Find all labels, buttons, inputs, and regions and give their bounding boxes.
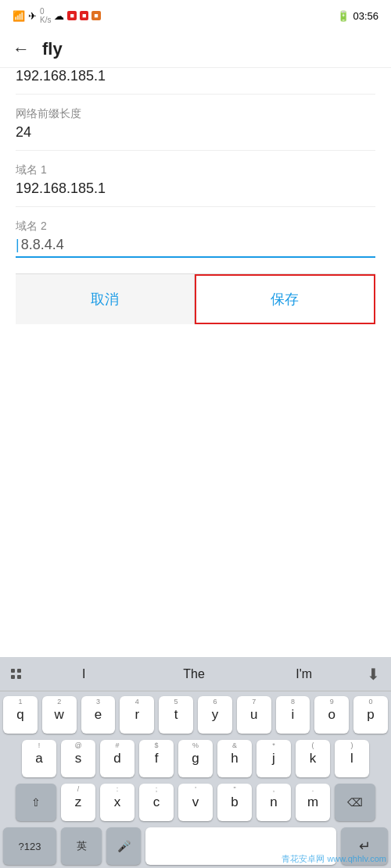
suggestion-the[interactable]: The — [139, 667, 249, 681]
notif2-icon: ■ — [80, 11, 88, 20]
page-title: fly — [42, 39, 63, 59]
key-row-3: ⇧ /z :x ;c 'v "b ,n .m ⌫ — [3, 784, 388, 821]
key-o[interactable]: 9o — [314, 696, 349, 734]
key-h[interactable]: &h — [217, 740, 252, 777]
status-icons-right: 🔋 03:56 — [337, 10, 378, 22]
domain2-input[interactable]: |8.8.4.4 — [16, 237, 375, 258]
key-k[interactable]: (k — [296, 740, 330, 777]
key-row-1: 1q 2w 3e 4r 5t 6y 7u 8i 9o 0p — [3, 696, 388, 734]
mic-key[interactable]: 🎤 — [106, 827, 141, 865]
header: ← fly — [0, 31, 391, 68]
form-content: 192.168.185.1 网络前缀长度 24 域名 1 192.168.185… — [0, 68, 391, 324]
suggestions-row: I The I'm ⬇ — [0, 657, 391, 691]
key-t[interactable]: 5t — [159, 696, 193, 734]
key-c[interactable]: ;c — [139, 784, 174, 821]
num-key[interactable]: ?123 — [3, 827, 56, 865]
watermark: 青花安卓网 www.qhhlv.com — [282, 853, 386, 865]
key-x[interactable]: :x — [100, 784, 135, 821]
network-prefix-label: 网络前缀长度 — [16, 95, 375, 124]
key-y[interactable]: 6y — [198, 696, 232, 734]
domain1-label: 域名 1 — [16, 151, 375, 180]
network-prefix-value: 24 — [16, 124, 375, 151]
key-rows: 1q 2w 3e 4r 5t 6y 7u 8i 9o 0p !a @s #d $… — [0, 691, 391, 868]
save-button[interactable]: 保存 — [195, 274, 376, 324]
key-s[interactable]: @s — [61, 740, 95, 777]
domain2-cursor-bar: | — [16, 237, 20, 252]
key-f[interactable]: $f — [139, 740, 174, 777]
key-j[interactable]: *j — [256, 740, 291, 777]
notif3-icon: ■ — [91, 11, 100, 20]
key-z[interactable]: /z — [61, 784, 95, 821]
key-g[interactable]: %g — [178, 740, 213, 777]
key-p[interactable]: 0p — [353, 696, 388, 734]
notif1-icon: ■ — [67, 11, 76, 20]
domain1-value: 192.168.185.1 — [16, 180, 375, 207]
wifi-icon: 📶 — [13, 10, 25, 22]
shift-key[interactable]: ⇧ — [16, 784, 56, 821]
network-prefix-field: 网络前缀长度 24 — [16, 95, 375, 151]
key-w[interactable]: 2w — [42, 696, 77, 734]
key-q[interactable]: 1q — [3, 696, 38, 734]
key-d[interactable]: #d — [100, 740, 135, 777]
keyboard-grid-icon[interactable] — [11, 669, 21, 679]
cloud-icon: ☁ — [54, 10, 64, 22]
lang-key[interactable]: 英 — [61, 827, 102, 865]
key-u[interactable]: 7u — [237, 696, 271, 734]
key-m[interactable]: .m — [296, 784, 330, 821]
suggestion-i[interactable]: I — [29, 667, 139, 681]
ip-address-value: 192.168.185.1 — [16, 68, 375, 95]
key-v[interactable]: 'v — [178, 784, 213, 821]
keyboard: I The I'm ⬇ 1q 2w 3e 4r 5t 6y 7u 8i 9o 0… — [0, 657, 391, 868]
network-speed: 0K/s — [40, 7, 51, 24]
status-icons-left: 📶 ✈ 0K/s ☁ ■ ■ ■ — [13, 7, 101, 24]
domain2-field[interactable]: 域名 2 |8.8.4.4 — [16, 207, 375, 258]
hide-keyboard-icon[interactable]: ⬇ — [367, 665, 380, 684]
key-a[interactable]: !a — [22, 740, 56, 777]
suggestion-im[interactable]: I'm — [249, 667, 359, 681]
time-display: 03:56 — [353, 10, 378, 22]
key-l[interactable]: )l — [335, 740, 369, 777]
key-n[interactable]: ,n — [256, 784, 291, 821]
action-buttons: 取消 保存 — [16, 273, 375, 324]
domain2-value: 8.8.4.4 — [21, 237, 64, 252]
battery-icon: 🔋 — [337, 10, 350, 22]
key-e[interactable]: 3e — [81, 696, 116, 734]
domain2-label: 域名 2 — [16, 207, 375, 237]
cancel-button[interactable]: 取消 — [16, 274, 195, 324]
back-button[interactable]: ← — [13, 39, 30, 59]
key-r[interactable]: 4r — [120, 696, 154, 734]
airplane-icon: ✈ — [28, 10, 37, 22]
key-i[interactable]: 8i — [276, 696, 310, 734]
backspace-key[interactable]: ⌫ — [335, 784, 375, 821]
key-row-2: !a @s #d $f %g &h *j (k )l — [3, 740, 388, 777]
key-b[interactable]: "b — [217, 784, 252, 821]
status-bar: 📶 ✈ 0K/s ☁ ■ ■ ■ 🔋 03:56 — [0, 0, 391, 31]
domain1-field: 域名 1 192.168.185.1 — [16, 151, 375, 207]
ip-address-field: 192.168.185.1 — [16, 68, 375, 95]
